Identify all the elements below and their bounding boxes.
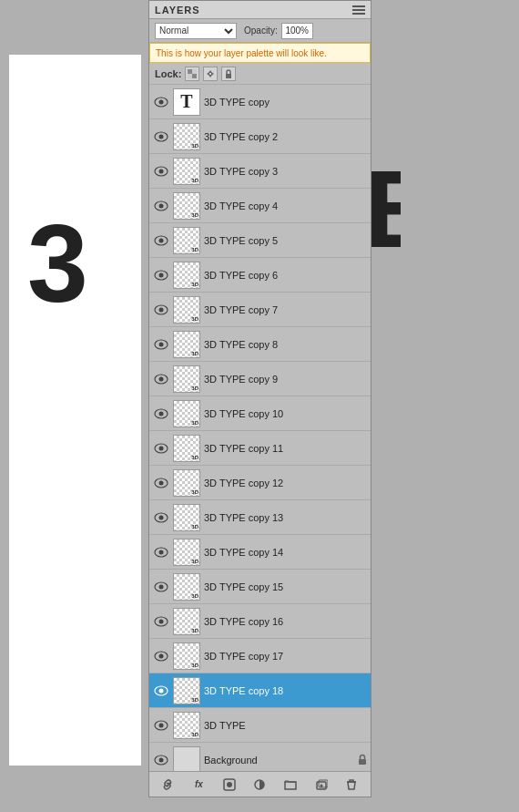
layer-item[interactable]: 3D3D TYPE copy 11 xyxy=(149,431,371,466)
layer-item[interactable]: T3D TYPE copy xyxy=(149,85,371,119)
new-group-button[interactable] xyxy=(281,776,300,794)
layer-item[interactable]: 3D3D TYPE copy 10 xyxy=(149,396,371,431)
layer-thumbnail: 3D xyxy=(173,331,200,358)
checkerboard-icon xyxy=(188,69,197,78)
layer-item[interactable]: 3D3D TYPE copy 5 xyxy=(149,223,371,258)
layer-visibility-icon[interactable] xyxy=(153,406,169,422)
eye-icon xyxy=(154,720,168,731)
layer-item[interactable]: 3D3D TYPE copy 4 xyxy=(149,189,371,223)
svg-point-48 xyxy=(159,757,164,762)
layer-name-text: 3D TYPE copy 4 xyxy=(204,200,367,211)
layer-name-text: 3D TYPE copy 16 xyxy=(204,616,367,627)
layer-visibility-icon[interactable] xyxy=(153,232,169,249)
layer-item[interactable]: 3D3D TYPE copy 13 xyxy=(149,500,371,535)
panel-menu-icon[interactable] xyxy=(352,5,365,15)
svg-point-20 xyxy=(159,272,164,277)
layer-visibility-icon[interactable] xyxy=(153,163,169,180)
layer-item[interactable]: Background xyxy=(149,743,371,771)
layer-visibility-icon[interactable] xyxy=(153,648,169,664)
layer-visibility-icon[interactable] xyxy=(153,94,169,110)
layer-visibility-icon[interactable] xyxy=(153,752,169,768)
layer-item[interactable]: 3D3D TYPE copy 16 xyxy=(149,604,371,639)
eye-icon xyxy=(154,166,168,177)
eye-icon xyxy=(154,408,168,419)
layer-name-text: 3D TYPE copy 7 xyxy=(204,304,367,315)
layer-thumbnail: 3D xyxy=(173,400,200,427)
layers-list: T3D TYPE copy 3D3D TYPE copy 2 3D3D TYPE… xyxy=(149,85,371,771)
layer-name-text: 3D TYPE copy 3 xyxy=(204,166,367,177)
layer-visibility-icon[interactable] xyxy=(153,683,169,699)
layer-visibility-icon[interactable] xyxy=(153,509,169,526)
layer-item[interactable]: 3D3D TYPE copy 7 xyxy=(149,293,371,327)
layer-item[interactable]: 3D3D TYPE copy 2 xyxy=(149,119,371,154)
layer-name-text: 3D TYPE copy 6 xyxy=(204,270,367,281)
lock-pixels-btn[interactable] xyxy=(185,67,199,81)
eye-icon xyxy=(154,339,168,350)
layer-visibility-icon[interactable] xyxy=(153,302,169,318)
panel-titlebar: LAYERS xyxy=(149,1,371,19)
layer-item[interactable]: 3D3D TYPE copy 17 xyxy=(149,639,371,673)
layer-name-text: 3D TYPE copy 2 xyxy=(204,131,367,142)
lock-position-btn[interactable] xyxy=(203,67,218,81)
half-circle-icon xyxy=(253,778,266,791)
layer-thumbnail: 3D xyxy=(173,642,200,670)
layer-name-text: 3D TYPE copy 10 xyxy=(204,408,367,419)
layer-visibility-icon[interactable] xyxy=(153,371,169,387)
svg-rect-3 xyxy=(188,74,192,78)
layer-item[interactable]: 3D3D TYPE copy 9 xyxy=(149,362,371,396)
layer-thumbnail: 3D xyxy=(173,469,200,497)
svg-point-42 xyxy=(159,653,164,658)
layer-thumbnail: 3D xyxy=(173,123,200,150)
layer-visibility-icon[interactable] xyxy=(153,475,169,491)
mask-button[interactable] xyxy=(220,776,239,794)
layers-panel: LAYERS Normal Opacity: This is how your … xyxy=(148,0,371,797)
layer-thumbnail: 3D xyxy=(173,608,200,635)
link-layers-button[interactable] xyxy=(159,776,178,794)
layer-item[interactable]: 3D3D TYPE copy 15 xyxy=(149,570,371,604)
eye-icon xyxy=(154,685,168,696)
svg-marker-7 xyxy=(211,72,214,76)
layer-thumbnail: 3D xyxy=(173,296,200,324)
eye-icon xyxy=(154,512,168,523)
svg-point-30 xyxy=(159,446,164,450)
layer-name-text: 3D TYPE xyxy=(204,720,367,731)
layer-item[interactable]: 3D3D TYPE xyxy=(149,708,371,743)
layer-item[interactable]: 3D3D TYPE copy 12 xyxy=(149,466,371,500)
canvas-number: 3 xyxy=(27,200,88,326)
delete-layer-button[interactable] xyxy=(342,776,361,794)
layer-name-text: 3D TYPE copy 9 xyxy=(204,374,367,385)
fx-button[interactable]: fx xyxy=(189,776,208,794)
layer-thumbnail: 3D xyxy=(173,435,200,462)
layer-name-text: Background xyxy=(204,755,354,766)
layer-item[interactable]: 3D3D TYPE copy 14 xyxy=(149,535,371,570)
layer-visibility-icon[interactable] xyxy=(153,336,169,353)
layer-visibility-icon[interactable] xyxy=(153,440,169,457)
eye-icon xyxy=(154,581,168,592)
layer-thumbnail: 3D xyxy=(173,192,200,220)
layer-visibility-icon[interactable] xyxy=(153,613,169,630)
blend-mode-select[interactable]: Normal xyxy=(155,23,237,39)
layer-visibility-icon[interactable] xyxy=(153,579,169,595)
layer-visibility-icon[interactable] xyxy=(153,267,169,283)
eye-icon xyxy=(154,235,168,246)
layer-name-text: 3D TYPE copy 5 xyxy=(204,235,367,246)
eye-icon xyxy=(154,270,168,281)
svg-point-14 xyxy=(159,169,164,173)
layer-item[interactable]: 3D3D TYPE copy 6 xyxy=(149,258,371,293)
layer-visibility-icon[interactable] xyxy=(153,198,169,214)
svg-point-38 xyxy=(159,584,164,589)
layer-visibility-icon[interactable] xyxy=(153,544,169,560)
trash-icon xyxy=(345,778,358,791)
layer-visibility-icon[interactable] xyxy=(153,128,169,145)
new-layer-button[interactable] xyxy=(312,776,331,794)
adjustment-button[interactable] xyxy=(250,776,269,794)
svg-rect-2 xyxy=(192,69,197,74)
layer-item[interactable]: 3D3D TYPE copy 18 xyxy=(149,673,371,708)
layer-item[interactable]: 3D3D TYPE copy 3 xyxy=(149,154,371,189)
canvas-white: 3 xyxy=(9,55,141,766)
lock-all-btn[interactable] xyxy=(221,67,236,81)
layer-item[interactable]: 3D3D TYPE copy 8 xyxy=(149,327,371,362)
opacity-input[interactable] xyxy=(281,23,313,39)
layer-visibility-icon[interactable] xyxy=(153,717,169,734)
layer-name-text: 3D TYPE copy 11 xyxy=(204,443,367,454)
